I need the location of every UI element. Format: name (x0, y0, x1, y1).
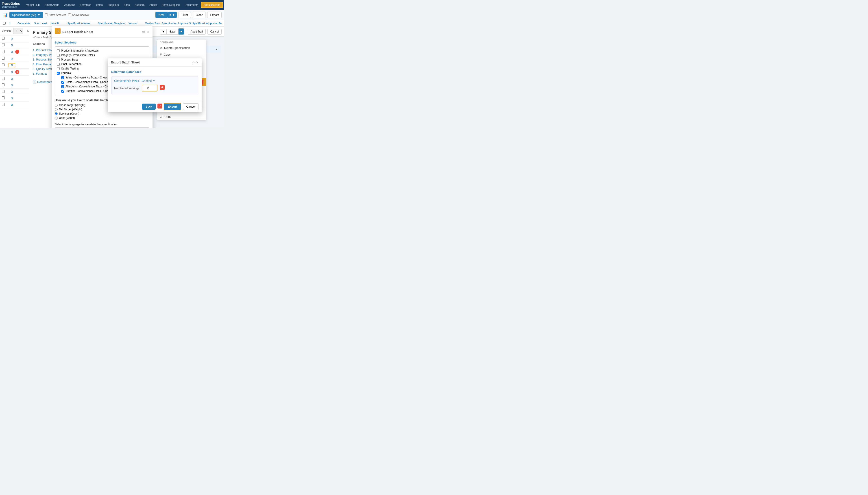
th-version-status[interactable]: Version Status (144, 21, 160, 25)
gear-icon[interactable]: ⚙ (9, 37, 15, 40)
show-archived-checkbox[interactable]: Show Archived (45, 14, 66, 17)
cb-imagery-check[interactable] (57, 54, 60, 57)
copy-item[interactable]: ⧉ Copy (157, 51, 206, 58)
row-checkbox[interactable] (2, 43, 5, 46)
radio-units[interactable]: Units (Count) (55, 116, 149, 119)
modal2-close-button[interactable]: ✕ (196, 61, 199, 64)
step6-badge: 6 (160, 85, 165, 90)
cb-quality-testing-check[interactable] (57, 67, 60, 70)
save-dropdown-left[interactable]: ▼ (160, 29, 167, 35)
radio-servings[interactable]: Servings (Count) (55, 112, 149, 115)
batch-section: Convenience Pizza - Cheese ▾ Number of s… (111, 76, 198, 95)
modal2-body: Determine Batch Size Convenience Pizza -… (108, 67, 202, 101)
modal1-close-button[interactable]: ✕ (147, 30, 149, 34)
nav-items-supplied[interactable]: Items Supplied (160, 2, 182, 7)
modal1-minimize-button[interactable]: ▭ (142, 30, 145, 33)
row-checkbox[interactable] (2, 103, 5, 106)
table-rows: ⚙ ⚙ ⚙ ⚙ ⚙ ⚙ 1 (0, 35, 29, 108)
specs-dropdown[interactable]: Specifications (All) ▼ (10, 12, 43, 18)
back-button[interactable]: Back (142, 104, 156, 109)
nav-market-hub[interactable]: Market Hub (23, 2, 42, 7)
modal2-minimize-button[interactable]: ▭ (192, 61, 195, 64)
collapse-icon[interactable]: ▼ (215, 48, 218, 51)
chart-icon[interactable]: 📊 (3, 13, 7, 17)
cb-formula-check[interactable] (57, 72, 60, 75)
nav-suppliers[interactable]: Suppliers (105, 2, 121, 7)
th-updated-date[interactable]: Specification Updated Date ▼ (191, 21, 222, 25)
clear-button[interactable]: Clear (193, 12, 205, 18)
row-checkbox[interactable] (2, 83, 5, 86)
select-all-checkbox[interactable] (3, 22, 5, 25)
brand: TraceGains Butterhouse AT (2, 2, 20, 8)
new-menu-button[interactable]: ≡ ▼ (168, 12, 177, 18)
lang-label: Select the language to translate the spe… (55, 123, 149, 126)
row-checkbox[interactable] (2, 57, 5, 59)
th-item-id[interactable]: Item ID (49, 21, 66, 25)
export-action-button[interactable]: Export (164, 103, 181, 110)
table-row: ⚙ (0, 42, 29, 48)
brand-name: TraceGains (2, 2, 20, 5)
nav-auditors[interactable]: Auditors (132, 2, 147, 7)
lang-input[interactable] (55, 127, 149, 128)
save-menu-button[interactable]: ≡ (179, 29, 184, 35)
cb-nutrition-check[interactable] (61, 90, 64, 92)
row-checkbox[interactable] (2, 64, 5, 66)
row-checkbox[interactable] (2, 50, 5, 53)
th-spec-name[interactable]: Specification Name (66, 21, 97, 25)
filter-button[interactable]: Filter (179, 12, 191, 18)
table-row: ⚙ 1 (0, 69, 29, 75)
nav-specifications[interactable]: Specifications (201, 2, 223, 8)
cb-process-steps-check[interactable] (57, 58, 60, 61)
print-item[interactable]: 🖨 Print (157, 114, 206, 120)
modal1-title: Export Batch Sheet (62, 30, 93, 34)
nav-pos[interactable]: POs (223, 2, 224, 7)
nav-documents[interactable]: Documents (182, 2, 201, 7)
th-approval-status[interactable]: Specification Approval Status (160, 21, 191, 25)
gear-icon[interactable]: ⚙ (9, 70, 15, 74)
table-row: ⚙ (0, 102, 29, 108)
select-sections-title: Select Sections (55, 41, 149, 44)
cancel-button[interactable]: Cancel (207, 29, 222, 35)
gear-icon[interactable]: ⚙ (9, 90, 15, 93)
th-version[interactable]: Version (127, 21, 144, 25)
gear-icon[interactable]: ⚙ (9, 84, 15, 87)
row-checkbox[interactable] (2, 90, 5, 93)
cb-costs-check[interactable] (61, 81, 64, 84)
cb-product-info-check[interactable] (57, 49, 60, 52)
show-inactive-checkbox[interactable]: Show Inactive (68, 14, 89, 17)
gear-icon[interactable]: ⚙ (9, 97, 15, 100)
cb-allergens-check[interactable] (61, 85, 64, 88)
num-servings-input[interactable] (142, 85, 157, 91)
gear-icon[interactable]: ⚙ (9, 63, 15, 67)
cancel2-button[interactable]: Cancel (183, 103, 199, 110)
th-spec-level[interactable]: Spec Level (33, 21, 49, 25)
nav-items[interactable]: Items (94, 2, 105, 7)
nav-smart-alerts[interactable]: Smart Alerts (43, 2, 62, 7)
gear-icon[interactable]: ⚙ (9, 103, 15, 106)
toolbar: 📊 Specifications (All) ▼ Show Archived S… (0, 10, 224, 20)
nav-sites[interactable]: Sites (121, 2, 132, 7)
gear-icon[interactable]: ⚙ (9, 44, 15, 47)
row-checkbox[interactable] (2, 77, 5, 80)
nav-analytics[interactable]: Analytics (62, 2, 77, 7)
row-checkbox[interactable] (2, 70, 5, 73)
version-select[interactable]: 1 (13, 28, 23, 34)
item-dropdown[interactable]: Convenience Pizza - Cheese ▾ (114, 79, 195, 83)
delete-spec-item[interactable]: ✕ Delete Specification (157, 45, 206, 51)
nav-audits[interactable]: Audits (147, 2, 159, 7)
nav-formulas[interactable]: Formulas (78, 2, 93, 7)
audit-trail-button[interactable]: Audit Trail (188, 29, 205, 35)
export-button[interactable]: Export (207, 12, 222, 18)
th-spec-template[interactable]: Specification Template (97, 21, 127, 25)
gear-icon[interactable]: ⚙ (9, 57, 15, 60)
th-comments[interactable]: Comments (16, 21, 33, 25)
save-button[interactable]: Save (167, 29, 178, 35)
row-checkbox[interactable] (2, 37, 5, 40)
new-button[interactable]: New (155, 12, 168, 18)
badge-red (15, 50, 19, 54)
gear-icon[interactable]: ⚙ (9, 50, 15, 54)
cb-items-check[interactable] (61, 76, 64, 79)
gear-icon[interactable]: ⚙ (9, 77, 15, 81)
cb-final-prep-check[interactable] (57, 63, 60, 66)
row-checkbox[interactable] (2, 97, 5, 99)
